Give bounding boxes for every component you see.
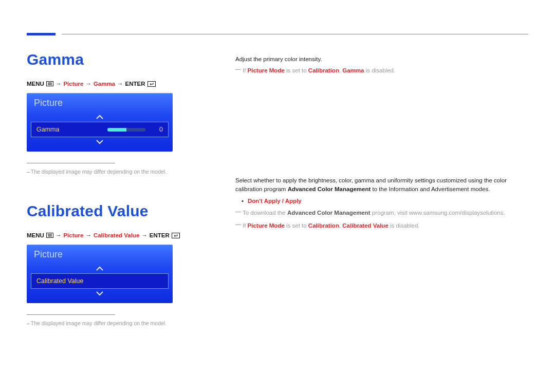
calibrated-value-section: Calibrated Value MENU → Picture → Calibr… [27,202,201,326]
breadcrumb-picture: Picture [63,232,83,238]
right-column: Adjust the primary color intensity. If P… [235,51,528,354]
arrow-sep: → [141,232,147,238]
divider [27,314,115,315]
arrow-sep: → [55,81,62,87]
gamma-desc: Adjust the primary color intensity. [235,55,528,64]
gamma-note: If Picture Mode is set to Calibration, G… [235,66,528,75]
calibrated-value-description-block: Select whether to apply the brightness, … [235,176,528,230]
osd-slider-bar [107,128,145,132]
osd-row-value: 0 [158,126,163,133]
osd-row[interactable]: Gamma 0 [31,122,169,137]
cv-desc: Select whether to apply the brightness, … [235,176,528,194]
gamma-section: Gamma MENU → Picture → Gamma → ENTER Pic… [27,51,201,175]
cv-disabled-note: If Picture Mode is set to Calibration, C… [235,221,528,230]
breadcrumb-enter: ENTER [150,232,170,238]
osd-row-label: Calibrated Value [36,277,84,285]
breadcrumb-menu: MENU [27,81,44,87]
download-note: To download the Advanced Color Managemen… [235,208,528,217]
enter-icon [147,81,156,87]
osd-panel: Picture Gamma 0 [27,93,173,152]
gamma-description-block: Adjust the primary color intensity. If P… [235,55,528,76]
divider [27,163,115,163]
menu-icon [46,233,53,238]
breadcrumb-item: Gamma [94,81,115,87]
osd-row[interactable]: Calibrated Value [31,273,169,289]
arrow-sep: → [55,232,62,238]
image-note: –The displayed image may differ dependin… [27,320,201,326]
breadcrumb-picture: Picture [63,81,83,87]
chevron-down-icon[interactable] [27,137,173,146]
image-note: –The displayed image may differ dependin… [27,169,201,175]
accent-bar [27,33,55,35]
section-title: Gamma [27,51,201,68]
apply-options: Don't Apply / Apply [235,198,528,204]
section-title: Calibrated Value [27,202,201,220]
breadcrumb-item: Calibrated Value [94,232,139,238]
chevron-up-icon[interactable] [27,113,173,122]
osd-panel: Picture Calibrated Value [27,245,173,303]
chevron-up-icon[interactable] [27,264,173,273]
arrow-sep: → [85,232,91,238]
arrow-sep: → [117,81,123,87]
breadcrumb: MENU → Picture → Calibrated Value → ENTE… [27,232,201,238]
osd-row-label: Gamma [36,126,59,133]
breadcrumb: MENU → Picture → Gamma → ENTER [27,81,201,87]
breadcrumb-enter: ENTER [125,81,145,87]
breadcrumb-menu: MENU [27,232,44,238]
arrow-sep: → [85,81,91,87]
osd-header: Picture [27,245,173,264]
osd-header: Picture [27,93,173,113]
top-rule [62,34,528,34]
chevron-down-icon[interactable] [27,289,173,298]
enter-icon [172,233,180,238]
left-column: Gamma MENU → Picture → Gamma → ENTER Pic… [27,51,201,354]
menu-icon [46,81,53,86]
